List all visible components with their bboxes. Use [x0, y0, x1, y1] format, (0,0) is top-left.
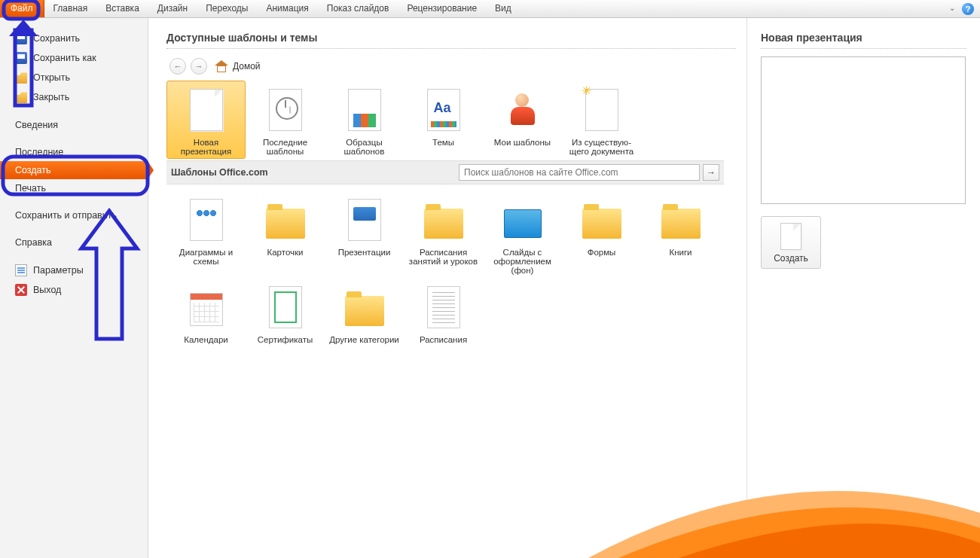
tile-books[interactable]: Книги	[641, 191, 720, 278]
nav-back-button[interactable]: ←	[169, 58, 186, 75]
tile-forms[interactable]: Формы	[562, 191, 641, 278]
templates-panel: Доступные шаблоны и темы ← → Домой Новая…	[148, 18, 746, 558]
sidebar-exit[interactable]: Выход	[0, 280, 148, 300]
create-button[interactable]: Создать	[761, 216, 821, 269]
templates-heading: Доступные шаблоны и темы	[166, 32, 736, 49]
sidebar-close[interactable]: Закрыть	[0, 87, 148, 107]
tile-label: Другие категории	[328, 335, 401, 344]
tile-recent-templates[interactable]: Последние шаблоны	[246, 81, 325, 159]
tile-themes[interactable]: Темы	[404, 81, 483, 159]
tab-view[interactable]: Вид	[486, 0, 521, 17]
sidebar-save[interactable]: Сохранить	[0, 29, 148, 48]
backstage-sidebar: Сохранить Сохранить как Открыть Закрыть …	[0, 18, 148, 558]
sidebar-help-label: Справка	[15, 237, 52, 248]
sidebar-print[interactable]: Печать	[0, 179, 148, 197]
folder-icon	[424, 209, 463, 239]
tile-presentations[interactable]: Презентации	[325, 191, 404, 278]
search-go-button[interactable]: →	[703, 164, 719, 181]
close-icon	[15, 91, 27, 103]
create-button-label: Создать	[766, 253, 816, 264]
home-icon	[215, 60, 228, 72]
tile-diagrams[interactable]: Диаграммы и схемы	[166, 191, 246, 278]
themes-icon	[427, 89, 460, 131]
breadcrumb: ← → Домой	[166, 53, 736, 81]
tile-calendars[interactable]: Календари	[166, 278, 246, 347]
tile-from-existing[interactable]: Из существую- щего документа	[562, 81, 641, 159]
officecom-row: Шаблоны Office.com →	[166, 160, 724, 184]
tile-label: Формы	[565, 248, 638, 257]
tile-blank-presentation[interactable]: Новая презентация	[166, 81, 246, 159]
sidebar-info-label: Сведения	[15, 120, 58, 130]
tab-design[interactable]: Дизайн	[148, 0, 197, 17]
clock-icon	[269, 89, 302, 131]
tile-more-categories[interactable]: Другие категории	[325, 278, 404, 347]
sidebar-recent-label: Последние	[15, 147, 63, 157]
presentation-icon	[348, 199, 381, 241]
sidebar-help[interactable]: Справка	[0, 233, 148, 252]
minimize-ribbon-icon[interactable]: ⌄	[947, 4, 957, 14]
sidebar-close-label: Закрыть	[33, 92, 69, 102]
sidebar-share[interactable]: Сохранить и отправить	[0, 206, 148, 224]
tile-label: Из существую- щего документа	[565, 138, 638, 156]
tab-animation[interactable]: Анимация	[257, 0, 317, 17]
tab-review[interactable]: Рецензирование	[398, 0, 486, 17]
sidebar-save-label: Сохранить	[33, 33, 80, 44]
exit-icon	[15, 284, 27, 296]
preview-thumbnail	[761, 56, 966, 204]
sidebar-recent[interactable]: Последние	[0, 143, 148, 161]
tile-certificates[interactable]: Сертификаты	[246, 278, 325, 347]
template-grid-officecom: Диаграммы и схемы Карточки Презентации Р…	[166, 191, 724, 347]
nav-forward-button[interactable]: →	[191, 58, 207, 75]
tab-home[interactable]: Главная	[44, 0, 97, 17]
calendar-icon	[190, 293, 223, 326]
sidebar-open[interactable]: Открыть	[0, 68, 148, 87]
folder-icon	[266, 209, 305, 239]
breadcrumb-home[interactable]: Домой	[233, 61, 261, 72]
tile-label: Календари	[169, 335, 243, 344]
existing-doc-icon	[585, 89, 618, 131]
tab-insert[interactable]: Вставка	[96, 0, 148, 17]
sidebar-save-as[interactable]: Сохранить как	[0, 48, 148, 68]
template-search-input[interactable]	[459, 164, 700, 181]
tile-label: Диаграммы и схемы	[169, 248, 243, 266]
tile-schedules[interactable]: Расписания	[404, 278, 483, 347]
schedule-icon	[427, 286, 460, 328]
sidebar-info[interactable]: Сведения	[0, 116, 148, 134]
folder-icon	[345, 296, 384, 326]
tab-slideshow[interactable]: Показ слайдов	[318, 0, 398, 17]
ribbon: Файл Главная Вставка Дизайн Переходы Ани…	[0, 0, 980, 18]
tile-class-schedules[interactable]: Расписания занятий и уроков	[404, 191, 483, 278]
help-icon[interactable]: ?	[962, 3, 974, 15]
tile-label: Сертификаты	[249, 335, 322, 344]
tab-transitions[interactable]: Переходы	[197, 0, 257, 17]
save-as-icon	[15, 52, 27, 64]
preview-heading: Новая презентация	[761, 32, 966, 49]
tile-sample-templates[interactable]: Образцы шаблонов	[325, 81, 404, 159]
sidebar-print-label: Печать	[15, 183, 46, 194]
sidebar-options[interactable]: Параметры	[0, 261, 148, 280]
tile-label: Мои шаблоны	[486, 138, 559, 147]
tile-label: Новая презентация	[169, 138, 243, 156]
sidebar-save-as-label: Сохранить как	[33, 53, 96, 63]
tile-label: Расписания занятий и уроков	[407, 248, 480, 266]
tile-cards[interactable]: Карточки	[246, 191, 325, 278]
page-icon	[190, 89, 223, 131]
tile-label: Слайды с оформлением (фон)	[486, 248, 559, 275]
tile-label: Книги	[644, 248, 717, 257]
page-icon	[780, 223, 801, 250]
tile-design-slides[interactable]: Слайды с оформлением (фон)	[483, 191, 562, 278]
slide-icon	[504, 209, 542, 238]
sidebar-share-label: Сохранить и отправить	[15, 210, 117, 221]
folder-icon	[582, 209, 621, 239]
tab-file[interactable]: Файл	[0, 0, 44, 17]
tile-my-templates[interactable]: Мои шаблоны	[483, 81, 562, 159]
sidebar-options-label: Параметры	[33, 265, 84, 276]
tile-label: Образцы шаблонов	[328, 138, 401, 156]
open-icon	[15, 72, 27, 84]
sidebar-new[interactable]: Создать	[0, 161, 148, 179]
template-grid-local: Новая презентация Последние шаблоны Обра…	[166, 81, 724, 159]
options-icon	[15, 264, 27, 276]
tile-label: Темы	[407, 138, 480, 147]
officecom-label: Шаблоны Office.com	[171, 167, 268, 178]
samples-icon	[348, 89, 381, 131]
